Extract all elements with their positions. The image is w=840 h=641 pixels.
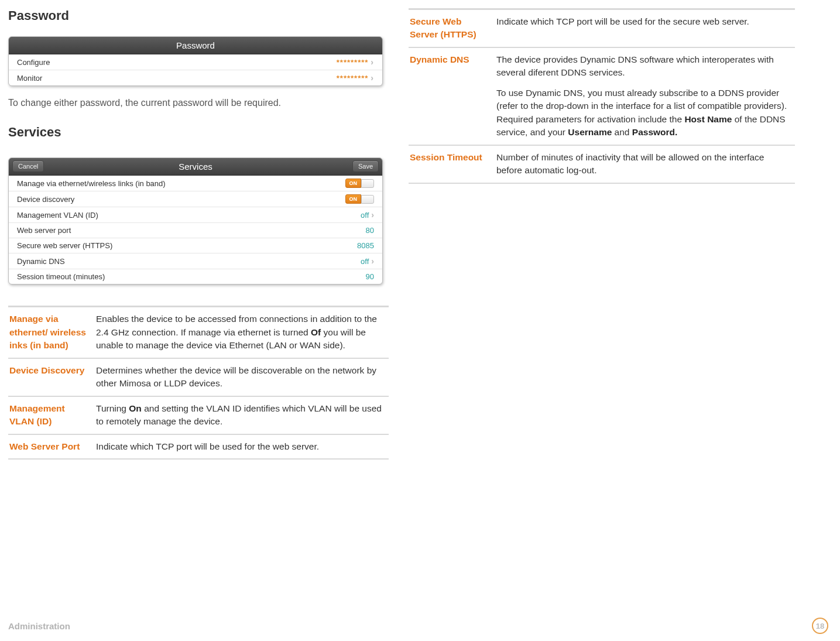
password-row-monitor[interactable]: Monitor ********* › <box>9 70 382 85</box>
definition-term: Secure Web Server (HTTPS) <box>409 9 495 47</box>
definition-row: Management VLAN (ID)Turning On and setti… <box>8 396 389 434</box>
row-value-link: off› <box>361 256 374 266</box>
page-number-badge: 18 <box>812 618 828 634</box>
chevron-right-icon: › <box>371 73 374 83</box>
toggle-on: ON <box>345 194 375 204</box>
save-button[interactable]: Save <box>352 160 379 172</box>
definitions-table-left: Manage via ethernet/ wireless inks (in b… <box>8 306 389 460</box>
row-label: Dynamic DNS <box>17 257 65 266</box>
definition-description: Turning On and setting the VLAN ID ident… <box>95 396 389 434</box>
definition-term: Device Discovery <box>8 358 95 396</box>
heading-services: Services <box>8 125 389 140</box>
row-label: Management VLAN (ID) <box>17 211 98 220</box>
row-label: Session timeout (minutes) <box>17 272 105 281</box>
password-panel: Password Configure ********* › Monitor *… <box>8 36 383 86</box>
definition-row: Manage via ethernet/ wireless inks (in b… <box>8 307 389 358</box>
definition-term: Management VLAN (ID) <box>8 396 95 434</box>
page-footer: Administration 18 <box>8 618 828 634</box>
definition-row-end <box>8 459 389 460</box>
row-label: Web server port <box>17 226 71 235</box>
services-panel-header: Cancel Services Save <box>9 158 382 176</box>
definition-term: Dynamic DNS <box>409 47 495 145</box>
definition-row: Secure Web Server (HTTPS)Indicate which … <box>409 9 795 47</box>
footer-section-label: Administration <box>8 621 70 631</box>
row-value: ********* › <box>337 73 374 83</box>
definition-row: Web Server PortIndicate which TCP port w… <box>8 434 389 459</box>
password-note: To change either password, the current p… <box>8 97 389 109</box>
row-label: Device discovery <box>17 195 74 204</box>
cancel-button[interactable]: Cancel <box>12 160 44 172</box>
definition-row: Dynamic DNSThe device provides Dynamic D… <box>409 47 795 145</box>
row-value: 80 <box>366 226 374 235</box>
services-row[interactable]: Manage via ethernet/wireless links (in b… <box>9 176 382 191</box>
toggle-knob[interactable] <box>361 179 374 188</box>
definition-term: Manage via ethernet/ wireless inks (in b… <box>8 307 95 358</box>
chevron-right-icon: › <box>371 57 374 67</box>
password-row-configure[interactable]: Configure ********* › <box>9 54 382 70</box>
services-row[interactable]: Secure web server (HTTPS)8085 <box>9 238 382 253</box>
password-panel-title: Password <box>9 37 382 54</box>
services-panel: Cancel Services Save Manage via ethernet… <box>8 157 383 284</box>
definition-description: Indicate which TCP port will be used for… <box>495 9 795 47</box>
definition-description: The device provides Dynamic DNS software… <box>495 47 795 145</box>
row-value: 90 <box>366 272 374 281</box>
services-row[interactable]: Session timeout (minutes)90 <box>9 269 382 284</box>
row-label: Secure web server (HTTPS) <box>17 241 112 250</box>
definition-description: Indicate which TCP port will be used for… <box>95 434 389 459</box>
row-value: ********* › <box>337 57 374 67</box>
definition-term: Session Timeout <box>409 145 495 183</box>
row-value: 8085 <box>357 241 374 250</box>
definition-row-end <box>409 183 795 184</box>
definition-description: Enables the device to be accessed from c… <box>95 307 389 358</box>
row-label: Manage via ethernet/wireless links (in b… <box>17 179 166 188</box>
heading-password: Password <box>8 8 389 23</box>
chevron-right-icon: › <box>371 210 374 220</box>
toggle-knob[interactable] <box>361 195 374 204</box>
row-label: Configure <box>17 58 50 67</box>
services-row[interactable]: Management VLAN (ID)off› <box>9 207 382 222</box>
toggle-on: ON <box>345 179 375 188</box>
definition-description: Determines whether the device will be di… <box>95 358 389 396</box>
services-row[interactable]: Device discoveryON <box>9 191 382 207</box>
row-value-link: off› <box>361 210 374 220</box>
definition-description: Number of minutes of inactivity that wil… <box>495 145 795 183</box>
services-panel-title: Services <box>179 162 212 172</box>
definitions-table-right: Secure Web Server (HTTPS)Indicate which … <box>409 8 795 184</box>
toggle-on-label[interactable]: ON <box>345 194 362 204</box>
definition-term: Web Server Port <box>8 434 95 459</box>
row-label: Monitor <box>17 74 42 83</box>
chevron-right-icon: › <box>371 256 374 266</box>
definition-row: Device DiscoveryDetermines whether the d… <box>8 358 389 396</box>
services-row[interactable]: Web server port80 <box>9 222 382 238</box>
services-row[interactable]: Dynamic DNSoff› <box>9 253 382 269</box>
definition-row: Session TimeoutNumber of minutes of inac… <box>409 145 795 183</box>
toggle-on-label[interactable]: ON <box>345 179 362 188</box>
